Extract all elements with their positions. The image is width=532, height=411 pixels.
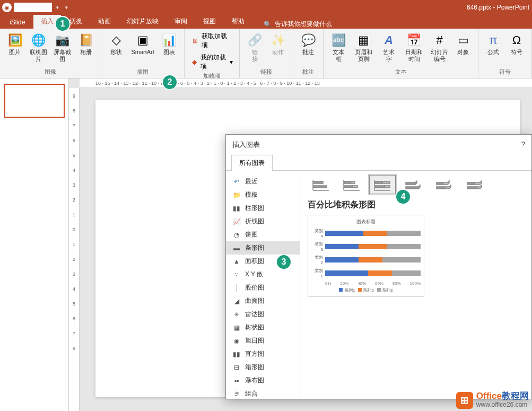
tab-slideshow[interactable]: 幻灯片放映 <box>119 14 166 29</box>
smartart-button[interactable]: ▣SmartArt <box>129 31 156 57</box>
box-icon: ⊟ <box>232 363 241 372</box>
cat-sunburst[interactable]: ◉旭日图 <box>226 334 300 347</box>
cat-combo[interactable]: ⚞组合 <box>226 387 300 400</box>
chart-icon: 📊 <box>161 32 178 49</box>
tab-islide[interactable]: iSlide <box>2 16 32 29</box>
action-button[interactable]: ✨动作 <box>267 31 289 57</box>
tab-review[interactable]: 审阅 <box>167 14 195 29</box>
cat-waterfall[interactable]: ▪▪瀑布图 <box>226 374 300 387</box>
subtype-3d-stacked-bar[interactable] <box>431 175 457 194</box>
qat-more-icon[interactable]: ▾ <box>63 5 70 10</box>
ribbon: 🖼️图片 🌐联机图片 📷屏幕截图 📔相册 图像 ◇形状 ▣SmartArt 📊图… <box>0 29 532 78</box>
cat-boxwhisker[interactable]: ⊟箱形图 <box>226 361 300 374</box>
cat-treemap[interactable]: ▦树状图 <box>226 321 300 334</box>
shapes-button[interactable]: ◇形状 <box>106 31 127 57</box>
screenshot-button[interactable]: 📷屏幕截图 <box>51 31 73 64</box>
wordart-icon: A <box>380 32 397 49</box>
qat-dropdown[interactable] <box>14 3 52 12</box>
subtype-stacked-bar[interactable] <box>338 175 365 194</box>
object-icon: ▭ <box>455 32 472 49</box>
wordart-button[interactable]: A艺术字 <box>378 31 399 64</box>
dialog-tab-all[interactable]: 所有图表 <box>231 155 273 171</box>
slidenum-icon: # <box>431 32 448 49</box>
window-title: 646.pptx - PowerPoint <box>467 4 529 11</box>
album-button[interactable]: 📔相册 <box>75 31 97 57</box>
headerfooter-button[interactable]: ▦页眉和页脚 <box>351 31 376 64</box>
tab-animation[interactable]: 动画 <box>91 14 118 29</box>
slide-thumbnail-1[interactable] <box>4 84 65 118</box>
tab-view[interactable]: 视图 <box>196 14 223 29</box>
title-bar: ◉ ▾ ▾ 646.pptx - PowerPoint <box>0 0 532 15</box>
cat-line[interactable]: 📈折线图 <box>226 215 300 228</box>
svg-rect-3 <box>313 186 327 188</box>
slidenum-button[interactable]: #幻灯片 编号 <box>429 31 450 64</box>
picture-icon: 🖼️ <box>6 32 23 49</box>
stock-icon: ┊ <box>232 284 241 292</box>
subtype-clustered-bar[interactable] <box>308 175 334 194</box>
svg-rect-7 <box>351 181 355 183</box>
album-icon: 📔 <box>77 32 94 49</box>
dialog-tabs: 所有图表 <box>226 155 531 171</box>
group-illustrations: ◇形状 ▣SmartArt 📊图表 插图 <box>101 29 184 78</box>
svg-rect-14 <box>375 186 385 188</box>
pictures-button[interactable]: 🖼️图片 <box>4 31 25 57</box>
symbol-button[interactable]: Ω符号 <box>506 31 527 57</box>
preview-row: 类别 4 <box>311 228 421 239</box>
my-addins-button[interactable]: ◆我的加载项 ▾ <box>189 52 235 72</box>
ribbon-tabs: iSlide 插入 切换 动画 幻灯片放映 审阅 视图 帮助 🔍 告诉我你想要做… <box>0 15 532 29</box>
cat-template[interactable]: 📁模板 <box>226 188 300 202</box>
bar-icon: ▬ <box>232 244 241 252</box>
cat-recent[interactable]: ↶最近 <box>226 175 300 188</box>
chart-subtype-area: 百分比堆积条形图 图表标题 类别 4 类别 3 类别 2 类别 1 0%20%4… <box>300 171 531 399</box>
object-button[interactable]: ▭对象 <box>452 31 474 57</box>
group-text: 🔤文本框 ▦页眉和页脚 A艺术字 📅日期和时间 #幻灯片 编号 ▭对象 文本 <box>324 29 478 78</box>
dialog-body: ↶最近 📁模板 ▮▮柱形图 📈折线图 ◔饼图 ▬条形图 ▲面积图 ∵X Y 散 … <box>226 171 531 399</box>
dialog-titlebar[interactable]: 插入图表 ? <box>226 135 531 155</box>
watermark: ⊞ Office教程网 www.office26.com <box>456 392 529 409</box>
cat-column[interactable]: ▮▮柱形图 <box>226 202 300 215</box>
scatter-icon: ∵ <box>232 270 241 279</box>
recent-icon: ↶ <box>232 178 241 186</box>
tab-help[interactable]: 帮助 <box>224 14 252 29</box>
qat-arrow-icon[interactable]: ▾ <box>54 5 61 10</box>
horizontal-ruler: 16 · 15 · 14 · 13 · 12 · 11 · 10 · 9 · 8… <box>80 78 532 88</box>
watermark-url: www.office26.com <box>476 400 529 409</box>
cat-surface[interactable]: ◢曲面图 <box>226 294 300 308</box>
combo-icon: ⚞ <box>232 390 241 398</box>
datetime-button[interactable]: 📅日期和时间 <box>402 31 426 64</box>
cat-pie[interactable]: ◔饼图 <box>226 228 300 241</box>
insert-chart-dialog: 插入图表 ? 所有图表 ↶最近 📁模板 ▮▮柱形图 📈折线图 ◔饼图 ▬条形图 … <box>225 134 532 399</box>
svg-rect-13 <box>382 181 390 183</box>
group-comments: 💬批注 批注 <box>293 29 324 78</box>
get-addins-button[interactable]: ⊞获取加载项 <box>189 31 235 51</box>
annotation-step-2: 2 <box>162 74 178 90</box>
textbox-button[interactable]: 🔤文本框 <box>328 31 349 64</box>
comment-button[interactable]: 💬批注 <box>298 31 319 57</box>
headerfooter-icon: ▦ <box>355 32 372 49</box>
cat-stock[interactable]: ┊股价图 <box>226 281 300 294</box>
equation-button[interactable]: π公式 <box>483 31 504 57</box>
dialog-help-button[interactable]: ? <box>521 140 525 150</box>
group-images: 🖼️图片 🌐联机图片 📷屏幕截图 📔相册 图像 <box>0 29 101 78</box>
tell-me-search[interactable]: 🔍 告诉我你想要做什么 <box>264 20 332 29</box>
preview-row: 类别 1 <box>311 268 421 278</box>
surface-icon: ◢ <box>232 297 241 305</box>
link-icon: 🔗 <box>246 32 263 49</box>
svg-rect-12 <box>375 181 382 183</box>
svg-rect-9 <box>352 186 357 188</box>
online-pictures-button[interactable]: 🌐联机图片 <box>28 31 49 64</box>
cat-bar[interactable]: ▬条形图 <box>226 241 300 255</box>
smartart-icon: ▣ <box>134 32 151 49</box>
link-button[interactable]: 🔗链 接 <box>244 31 265 64</box>
chart-preview[interactable]: 图表标题 类别 4 类别 3 类别 2 类别 1 0%20%40%60%80%1… <box>308 215 424 297</box>
addins-icon: ◆ <box>191 58 198 66</box>
treemap-icon: ▦ <box>232 323 241 332</box>
cat-radar[interactable]: ✳雷达图 <box>226 308 300 321</box>
cat-xy[interactable]: ∵X Y 散 <box>226 268 300 281</box>
subtype-percent-stacked-bar[interactable] <box>369 175 396 194</box>
chart-button[interactable]: 📊图表 <box>159 31 180 57</box>
subtype-3d-percent-stacked-bar[interactable] <box>461 175 488 194</box>
slide-panel[interactable] <box>0 78 69 411</box>
cat-histogram[interactable]: ▮▮直方图 <box>226 347 300 361</box>
symbol-icon: Ω <box>508 32 525 49</box>
